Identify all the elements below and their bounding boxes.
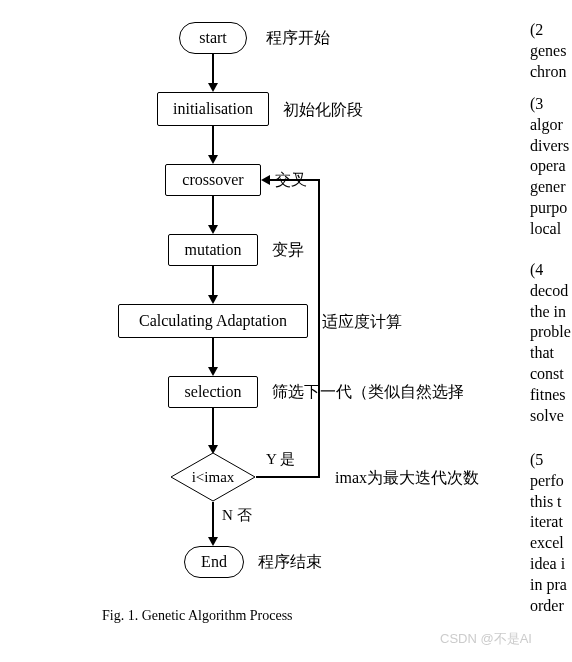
node-start-label: start [199, 29, 227, 47]
cut-line: excel [530, 533, 567, 554]
cut-line: (2 [530, 20, 566, 41]
node-mutation-label: mutation [185, 241, 242, 259]
figure-caption: Fig. 1. Genetic Algorithm Process [102, 608, 293, 624]
cut-line: iterat [530, 512, 567, 533]
arrow [212, 266, 214, 296]
cut-line: fitnes [530, 385, 571, 406]
arrow [212, 126, 214, 156]
arrow [212, 502, 214, 538]
node-crossover: crossover [165, 164, 261, 196]
arrow [212, 54, 214, 84]
arrow-head [208, 537, 218, 546]
arrow [318, 180, 320, 478]
cut-line: order [530, 596, 567, 617]
cut-line: genes [530, 41, 566, 62]
node-calc-label: Calculating Adaptation [139, 312, 287, 330]
cut-line: (4 [530, 260, 571, 281]
node-end-label: End [201, 553, 227, 571]
note-decision: imax为最大迭代次数 [335, 468, 479, 489]
arrow [212, 338, 214, 368]
cut-line: perfo [530, 471, 567, 492]
edge-yes-label: Y 是 [266, 450, 295, 469]
note-selection: 筛选下一代（类似自然选择 [272, 382, 464, 403]
node-selection-label: selection [185, 383, 242, 401]
cut-line: this t [530, 492, 567, 513]
cut-text: (2 genes chron [530, 20, 566, 82]
node-crossover-label: crossover [182, 171, 243, 189]
cut-line: the in [530, 302, 571, 323]
cut-line: idea i [530, 554, 567, 575]
node-init-label: initialisation [173, 100, 253, 118]
node-init: initialisation [157, 92, 269, 126]
note-mutation: 变异 [272, 240, 304, 261]
cut-line: decod [530, 281, 571, 302]
cut-line: chron [530, 62, 566, 83]
node-end: End [184, 546, 244, 578]
cut-text: (4 decod the in proble that const fitnes… [530, 260, 571, 426]
note-end: 程序结束 [258, 552, 322, 573]
node-mutation: mutation [168, 234, 258, 266]
cut-line: in pra [530, 575, 567, 596]
arrow [212, 196, 214, 226]
node-calc: Calculating Adaptation [118, 304, 308, 338]
cut-line: opera [530, 156, 569, 177]
node-decision-label: i<imax [192, 469, 235, 486]
node-selection: selection [168, 376, 258, 408]
cut-text: (3 algor divers opera gener purpo local [530, 94, 569, 240]
cut-line: gener [530, 177, 569, 198]
cut-line: (5 [530, 450, 567, 471]
cut-line: solve [530, 406, 571, 427]
node-decision: i<imax [170, 452, 256, 502]
cut-line: proble [530, 322, 571, 343]
arrow [212, 408, 214, 446]
arrow [270, 179, 320, 181]
note-init: 初始化阶段 [283, 100, 363, 121]
cut-line: local [530, 219, 569, 240]
arrow-head [208, 225, 218, 234]
arrow-head [208, 295, 218, 304]
cut-line: purpo [530, 198, 569, 219]
arrow-head [208, 155, 218, 164]
cut-line: const [530, 364, 571, 385]
cut-line: that [530, 343, 571, 364]
note-start: 程序开始 [266, 28, 330, 49]
arrow-head [208, 367, 218, 376]
note-calc: 适应度计算 [322, 312, 402, 333]
arrow-head [208, 83, 218, 92]
arrow [256, 476, 320, 478]
cut-line: algor [530, 115, 569, 136]
node-start: start [179, 22, 247, 54]
diagram-canvas: start 程序开始 initialisation 初始化阶段 crossove… [0, 0, 572, 662]
edge-no-label: N 否 [222, 506, 252, 525]
cut-line: (3 [530, 94, 569, 115]
watermark: CSDN @不是AI [440, 630, 532, 648]
cut-text: (5 perfo this t iterat excel idea i in p… [530, 450, 567, 616]
arrow-head [261, 175, 270, 185]
cut-line: divers [530, 136, 569, 157]
